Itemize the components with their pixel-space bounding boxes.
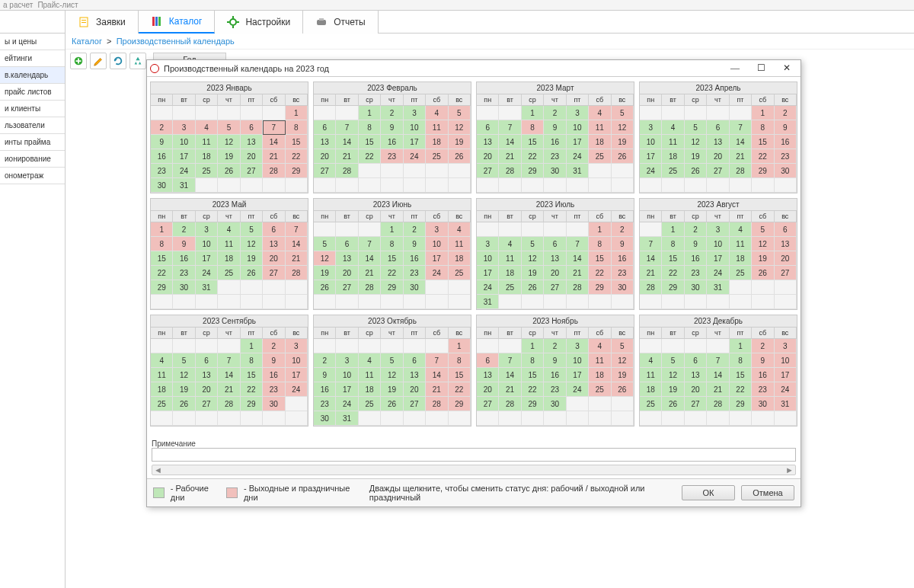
day-cell[interactable]: 7 bbox=[218, 353, 240, 368]
day-cell[interactable]: 16 bbox=[752, 368, 774, 382]
day-cell[interactable]: 12 bbox=[241, 237, 263, 251]
notes-input[interactable] bbox=[152, 448, 796, 462]
day-cell[interactable]: 12 bbox=[685, 135, 707, 149]
day-cell[interactable]: 26 bbox=[662, 397, 684, 411]
day-cell[interactable]: 10 bbox=[567, 120, 589, 135]
day-cell[interactable]: 16 bbox=[314, 382, 336, 397]
day-cell[interactable]: 20 bbox=[263, 251, 285, 266]
day-cell[interactable]: 2 bbox=[685, 222, 707, 237]
day-cell[interactable]: 18 bbox=[499, 266, 521, 280]
day-cell[interactable]: 28 bbox=[499, 397, 521, 411]
day-cell[interactable]: 14 bbox=[286, 237, 308, 251]
day-cell[interactable]: 25 bbox=[449, 266, 471, 280]
day-cell[interactable]: 9 bbox=[173, 237, 195, 251]
day-cell[interactable]: 6 bbox=[241, 120, 263, 135]
day-cell[interactable]: 23 bbox=[612, 266, 634, 280]
day-cell[interactable]: 15 bbox=[589, 251, 611, 266]
main-tab-reports[interactable]: Отчеты bbox=[303, 11, 378, 34]
day-cell[interactable]: 26 bbox=[685, 164, 707, 178]
day-cell[interactable]: 17 bbox=[775, 368, 797, 382]
day-cell[interactable]: 11 bbox=[640, 368, 662, 382]
day-cell[interactable]: 21 bbox=[359, 266, 381, 280]
sidebar-item[interactable]: ионирование bbox=[0, 151, 65, 168]
day-cell[interactable]: 12 bbox=[612, 120, 634, 135]
edit-button[interactable] bbox=[90, 53, 107, 69]
day-cell[interactable]: 16 bbox=[381, 135, 403, 149]
day-cell[interactable]: 3 bbox=[775, 339, 797, 353]
day-cell[interactable]: 18 bbox=[151, 382, 173, 397]
day-cell[interactable]: 7 bbox=[336, 120, 358, 135]
day-cell[interactable]: 13 bbox=[336, 251, 358, 266]
day-cell[interactable]: 2 bbox=[404, 222, 426, 237]
day-cell[interactable]: 3 bbox=[286, 339, 308, 353]
day-cell[interactable]: 7 bbox=[286, 222, 308, 237]
day-cell[interactable]: 22 bbox=[151, 266, 173, 280]
day-cell[interactable]: 14 bbox=[499, 368, 521, 382]
day-cell[interactable]: 24 bbox=[404, 149, 426, 164]
day-cell[interactable]: 10 bbox=[426, 237, 448, 251]
day-cell[interactable]: 14 bbox=[426, 368, 448, 382]
day-cell[interactable]: 5 bbox=[314, 237, 336, 251]
day-cell[interactable]: 28 bbox=[567, 280, 589, 295]
day-cell[interactable]: 11 bbox=[589, 353, 611, 368]
day-cell[interactable]: 21 bbox=[336, 149, 358, 164]
day-cell[interactable]: 8 bbox=[522, 120, 544, 135]
day-cell[interactable]: 17 bbox=[336, 382, 358, 397]
cancel-button[interactable]: Отмена bbox=[741, 485, 794, 500]
day-cell[interactable]: 19 bbox=[522, 266, 544, 280]
day-cell[interactable]: 18 bbox=[662, 149, 684, 164]
day-cell[interactable]: 5 bbox=[752, 222, 774, 237]
day-cell[interactable]: 6 bbox=[544, 237, 566, 251]
day-cell[interactable]: 24 bbox=[286, 382, 308, 397]
day-cell[interactable]: 21 bbox=[567, 266, 589, 280]
day-cell[interactable]: 7 bbox=[730, 120, 752, 135]
day-cell[interactable]: 31 bbox=[707, 280, 729, 295]
day-cell[interactable]: 4 bbox=[449, 222, 471, 237]
day-cell[interactable]: 23 bbox=[173, 266, 195, 280]
main-tab-settings[interactable]: Настройки bbox=[215, 11, 303, 34]
day-cell[interactable]: 26 bbox=[314, 280, 336, 295]
day-cell[interactable]: 4 bbox=[499, 237, 521, 251]
day-cell[interactable]: 12 bbox=[218, 135, 240, 149]
day-cell[interactable]: 17 bbox=[426, 251, 448, 266]
day-cell[interactable]: 6 bbox=[477, 120, 499, 135]
day-cell[interactable]: 13 bbox=[544, 251, 566, 266]
day-cell[interactable]: 29 bbox=[151, 280, 173, 295]
day-cell[interactable]: 8 bbox=[286, 120, 308, 135]
day-cell[interactable]: 9 bbox=[544, 120, 566, 135]
day-cell[interactable]: 13 bbox=[196, 368, 218, 382]
day-cell[interactable]: 31 bbox=[196, 280, 218, 295]
day-cell[interactable]: 18 bbox=[218, 251, 240, 266]
day-cell[interactable]: 26 bbox=[218, 164, 240, 178]
day-cell[interactable]: 9 bbox=[685, 237, 707, 251]
day-cell[interactable]: 21 bbox=[263, 149, 285, 164]
main-tab-request[interactable]: Заявки bbox=[66, 11, 139, 34]
day-cell[interactable]: 28 bbox=[426, 397, 448, 411]
day-cell[interactable]: 4 bbox=[151, 353, 173, 368]
day-cell[interactable]: 20 bbox=[775, 251, 797, 266]
day-cell[interactable]: 19 bbox=[612, 368, 634, 382]
day-cell[interactable]: 7 bbox=[707, 353, 729, 368]
day-cell[interactable]: 5 bbox=[612, 106, 634, 120]
day-cell[interactable]: 13 bbox=[775, 237, 797, 251]
sidebar-item[interactable]: прайс листов bbox=[0, 84, 65, 101]
day-cell[interactable]: 29 bbox=[522, 164, 544, 178]
day-cell[interactable]: 30 bbox=[173, 280, 195, 295]
day-cell[interactable]: 20 bbox=[336, 266, 358, 280]
day-cell[interactable]: 4 bbox=[218, 222, 240, 237]
day-cell[interactable]: 25 bbox=[589, 149, 611, 164]
day-cell[interactable]: 2 bbox=[151, 120, 173, 135]
day-cell[interactable]: 14 bbox=[730, 135, 752, 149]
day-cell[interactable]: 3 bbox=[707, 222, 729, 237]
day-cell[interactable]: 27 bbox=[775, 266, 797, 280]
day-cell[interactable]: 27 bbox=[314, 164, 336, 178]
day-cell[interactable]: 29 bbox=[449, 397, 471, 411]
day-cell[interactable]: 13 bbox=[477, 135, 499, 149]
day-cell[interactable]: 20 bbox=[314, 149, 336, 164]
day-cell[interactable]: 15 bbox=[449, 368, 471, 382]
day-cell[interactable]: 18 bbox=[426, 135, 448, 149]
day-cell[interactable]: 10 bbox=[707, 237, 729, 251]
day-cell[interactable]: 4 bbox=[730, 222, 752, 237]
day-cell[interactable]: 11 bbox=[499, 251, 521, 266]
day-cell[interactable]: 18 bbox=[359, 382, 381, 397]
